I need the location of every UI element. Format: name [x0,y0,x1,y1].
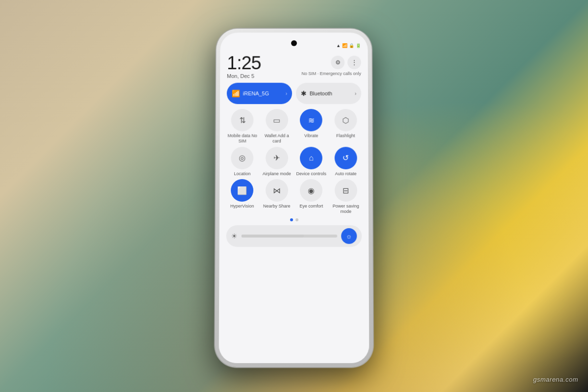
tile-icon-flashlight: ⬡ [334,109,357,131]
tile-icon-location: ◎ [231,146,253,169]
tile-label-vibrate: Vibrate [304,133,318,138]
wifi-status-icon: ▲ [336,43,341,48]
brightness-fill [242,235,304,237]
more-button[interactable]: ⋮ [347,55,361,69]
page-dots [226,218,362,221]
time-block: 1:25 Mon, Dec 5 [227,53,261,78]
tile-vibrate[interactable]: ≋Vibrate [295,109,327,144]
tile-flashlight[interactable]: ⬡Flashlight [330,109,361,144]
phone-shell: ▲ 📶 🔒 🔋 1:25 Mon, Dec 5 ⚙ ⋮ No S [215,28,373,367]
watermark: gsmarena.com [533,376,578,383]
tile-label-eye-comfort: Eye comfort [299,204,323,209]
tile-icon-device-controls: ⌂ [300,146,322,169]
tile-icon-mobile-data: ⇅ [231,109,254,131]
brightness-row[interactable]: ☀ ☼ [226,225,362,247]
bluetooth-toggle[interactable]: ✱ Bluetooth › [296,82,361,104]
tile-icon-nearby-share: ⋈ [266,179,288,202]
tile-icon-eye-comfort: ◉ [300,179,322,202]
tile-icon-wallet: ▭ [266,109,288,131]
brightness-auto-button[interactable]: ☼ [341,228,357,244]
tile-eye-comfort[interactable]: ◉Eye comfort [295,179,327,214]
tile-label-device-controls: Device controls [296,171,326,176]
tile-hypervision[interactable]: ⬜HyperVision [226,179,258,214]
battery-status-icon: 🔋 [356,43,361,48]
header-controls: ⚙ ⋮ No SIM · Emergency calls only [301,53,361,76]
tile-icon-airplane: ✈ [266,146,288,169]
camera-hole [291,40,297,46]
brightness-auto-icon: ☼ [346,232,352,240]
tile-label-wallet: Wallet Add a card [261,133,293,143]
brightness-low-icon: ☀ [231,232,238,240]
brightness-track[interactable] [242,235,337,237]
tile-label-power-saving: Power saving mode [330,204,362,214]
tile-label-mobile-data: Mobile data No SIM [226,133,258,143]
wifi-chevron: › [286,90,287,96]
quick-settings-panel: 1:25 Mon, Dec 5 ⚙ ⋮ No SIM · Emergency c… [219,50,369,363]
tile-label-flashlight: Flashlight [336,133,355,138]
time-display: 1:25 [227,53,261,72]
wifi-toggle[interactable]: 📶 iRENA_5G › [227,82,292,104]
tile-label-airplane: Airplane mode [263,171,291,176]
date-display: Mon, Dec 5 [227,73,261,79]
page-dot-1 [290,218,293,221]
wifi-icon: 📶 [232,89,240,97]
tile-icon-power-saving: ⊟ [335,179,357,202]
status-icons: ▲ 📶 🔒 🔋 [336,43,361,48]
settings-button[interactable]: ⚙ [331,55,344,69]
qs-header: 1:25 Mon, Dec 5 ⚙ ⋮ No SIM · Emergency c… [227,53,361,78]
tile-location[interactable]: ◎Location [226,146,258,176]
lock-status-icon: 🔒 [349,43,354,48]
tile-nearby-share[interactable]: ⋈Nearby Share [261,179,293,214]
tiles-grid: ⇅Mobile data No SIM▭Wallet Add a card≋Vi… [226,109,362,214]
tile-mobile-data[interactable]: ⇅Mobile data No SIM [226,109,258,144]
tile-icon-hypervision: ⬜ [231,179,253,202]
tile-wallet[interactable]: ▭Wallet Add a card [261,109,293,144]
tile-icon-auto-rotate: ↺ [335,146,357,169]
tile-label-location: Location [234,171,250,176]
sim-status: No SIM · Emergency calls only [301,71,361,76]
tile-label-auto-rotate: Auto rotate [335,171,357,176]
bluetooth-chevron: › [355,90,356,96]
bluetooth-label: Bluetooth [310,90,352,96]
tile-label-hypervision: HyperVision [230,204,254,209]
signal-status-icon: 📶 [342,43,347,48]
phone-screen: ▲ 📶 🔒 🔋 1:25 Mon, Dec 5 ⚙ ⋮ No S [219,32,369,363]
tile-airplane[interactable]: ✈Airplane mode [261,146,293,176]
page-dot-2 [295,218,298,221]
tile-label-nearby-share: Nearby Share [263,204,291,209]
tile-icon-vibrate: ≋ [300,109,322,131]
bluetooth-icon: ✱ [301,89,307,97]
tile-device-controls[interactable]: ⌂Device controls [295,146,327,176]
tile-auto-rotate[interactable]: ↺Auto rotate [330,146,362,176]
wifi-label: iRENA_5G [243,90,283,96]
tile-power-saving[interactable]: ⊟Power saving mode [330,179,362,214]
toggle-row: 📶 iRENA_5G › ✱ Bluetooth › [227,82,361,104]
header-buttons: ⚙ ⋮ [331,55,361,69]
